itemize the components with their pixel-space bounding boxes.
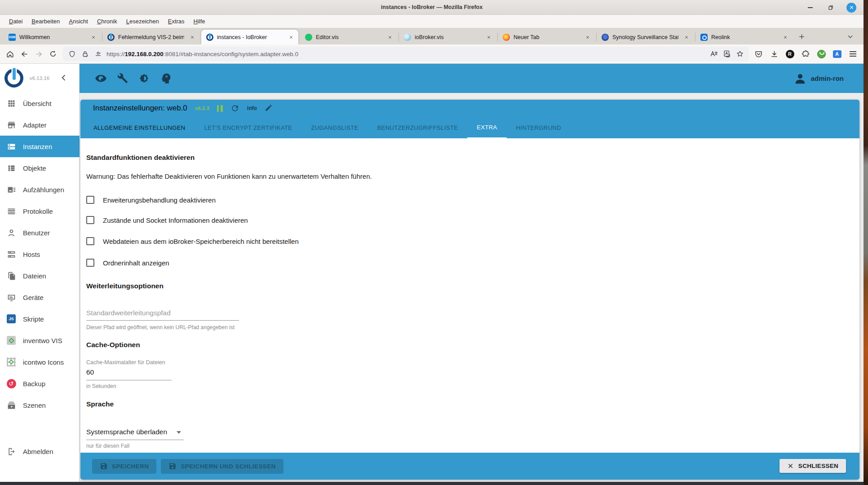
tab-close-icon[interactable] <box>484 33 493 42</box>
sidebar-item-geraete[interactable]: Geräte <box>0 287 80 308</box>
restore-button[interactable] <box>826 3 836 13</box>
checkbox-zustaende-socket[interactable] <box>86 216 94 224</box>
new-tab-button[interactable] <box>796 31 807 42</box>
browser-tab-fehlermeldung[interactable]: Fehlermeldung VIS-2 beim ö <box>102 30 199 44</box>
sidebar-item-dateien[interactable]: Dateien <box>0 265 80 287</box>
sidebar-item-abmelden[interactable]: Abmelden <box>0 441 80 462</box>
menu-chronik[interactable]: Chronik <box>93 17 122 26</box>
tab-close-icon[interactable] <box>287 33 296 42</box>
browser-tab-editor-vis[interactable]: Editor.vis <box>300 30 397 44</box>
info-link[interactable]: info <box>247 105 257 111</box>
tab-close-icon[interactable] <box>188 33 197 42</box>
instance-settings-dialog: Instanzeinstellungen: web.0 v6.2.3 info … <box>80 100 859 480</box>
contrast-icon[interactable] <box>138 72 150 84</box>
eye-icon[interactable] <box>95 72 107 84</box>
save-and-close-button[interactable]: SPEICHERN UND SCHLIESSEN <box>161 459 283 474</box>
privacy-extension-icon[interactable] <box>815 48 828 60</box>
refresh-icon[interactable] <box>230 104 239 113</box>
translate-extension-icon[interactable]: A <box>831 48 843 60</box>
translate-selection-icon[interactable] <box>709 49 718 58</box>
menu-datei[interactable]: Datei <box>4 17 27 26</box>
minimize-button[interactable] <box>805 3 815 13</box>
wrench-icon[interactable] <box>116 72 128 84</box>
back-icon[interactable] <box>17 47 31 61</box>
tab-close-icon[interactable] <box>385 33 394 42</box>
checkbox-erweiterungsbehandlung[interactable] <box>86 196 94 204</box>
app-sidebar: v6.13.16 Übersicht Adapter Instanzen Obj… <box>0 64 80 482</box>
collapse-sidebar-icon[interactable] <box>60 74 69 83</box>
extension-puzzle-icon[interactable] <box>799 48 812 60</box>
sidebar-item-icontwo-icons[interactable]: icontwo Icons <box>0 351 80 373</box>
browser-tab-neuer-tab[interactable]: Neuer Tab <box>498 30 595 44</box>
user-menu[interactable]: admin-ron <box>793 72 844 85</box>
sidebar-item-benutzer[interactable]: Benutzer <box>0 222 80 243</box>
home-icon[interactable] <box>3 47 17 61</box>
sidebar-item-backup[interactable]: ↺ Backup <box>0 373 80 394</box>
menu-hamburger-icon[interactable] <box>846 48 859 60</box>
sidebar-item-instanzen[interactable]: Instanzen <box>0 136 80 157</box>
url-text[interactable]: https://192.168.0.200:8081/#tab-instance… <box>106 51 705 57</box>
checkbox-ordnerinhalt[interactable] <box>86 259 94 267</box>
checkbox-row[interactable]: Ordnerinhalt anzeigen <box>86 258 169 267</box>
tab-close-icon[interactable] <box>682 33 691 42</box>
checkbox-webdateien[interactable] <box>86 237 94 245</box>
downloads-icon[interactable] <box>768 48 780 60</box>
bookmark-star-icon[interactable] <box>735 49 744 58</box>
address-bar[interactable]: https://192.168.0.200:8081/#tab-instance… <box>63 47 749 61</box>
sidebar-item-objekte[interactable]: Objekte <box>0 157 80 179</box>
chevron-down-icon[interactable] <box>177 431 181 434</box>
expert-mode-icon[interactable] <box>159 72 172 84</box>
tab-hintergrund[interactable]: HINTERGRUND <box>507 117 571 138</box>
sidebar-item-protokolle[interactable]: Protokolle <box>0 200 80 222</box>
sidebar-item-hosts[interactable]: Hosts <box>0 243 80 265</box>
r-extension-icon[interactable]: R <box>784 48 796 60</box>
browser-tab-reolink[interactable]: Reolink <box>695 30 793 44</box>
tab-allgemeine-einstellungen[interactable]: ALLGEMEINE EINSTELLUNGEN <box>84 117 195 138</box>
checkbox-row[interactable]: Webdateien aus dem ioBroker-Speicherbere… <box>86 237 299 246</box>
window-titlebar[interactable]: instances - IoBroker — Mozilla Firefox <box>0 0 864 15</box>
menu-lesezeichen[interactable]: Lesezeichen <box>122 17 164 26</box>
redirect-path-input[interactable]: Standardweiterleitungspfad <box>86 309 171 317</box>
close-window-button[interactable] <box>846 3 856 13</box>
menu-ansicht[interactable]: Ansicht <box>64 17 93 26</box>
checkbox-row[interactable]: Zustände und Socket Informationen deakti… <box>86 216 248 225</box>
save-button[interactable]: SPEICHERN <box>92 459 156 474</box>
browser-tab-synology[interactable]: Synology Surveillance Station <box>597 30 694 44</box>
icontwo-icon <box>6 357 16 367</box>
close-button[interactable]: SCHLIESSEN <box>779 459 846 473</box>
reload-icon[interactable] <box>46 47 60 61</box>
pause-icon[interactable] <box>217 105 223 112</box>
browser-tab-willkommen[interactable]: DSM Willkommen <box>4 30 101 44</box>
tab-extra[interactable]: EXTRA <box>467 117 506 138</box>
menu-bearbeiten[interactable]: Bearbeiten <box>27 17 64 26</box>
browser-tab-iobroker-vis[interactable]: ioBroker.vis <box>399 30 496 44</box>
translate-page-icon[interactable] <box>722 49 731 58</box>
permissions-icon[interactable] <box>93 49 102 58</box>
menu-extras[interactable]: Extras <box>164 17 189 26</box>
lock-warning-icon[interactable] <box>80 49 89 58</box>
select-underline <box>86 440 184 440</box>
sidebar-item-aufzaehlungen[interactable]: Aufzählungen <box>0 179 80 200</box>
tab-close-icon[interactable] <box>583 33 592 42</box>
list-tabs-chevron-icon[interactable] <box>845 31 855 42</box>
sidebar-item-uebersicht[interactable]: Übersicht <box>0 93 80 114</box>
view-list-icon <box>6 163 16 173</box>
sidebar-item-adapter[interactable]: Adapter <box>0 114 80 136</box>
menu-hilfe[interactable]: Hilfe <box>189 17 210 26</box>
sidebar-item-skripte[interactable]: JS Skripte <box>0 308 80 330</box>
tab-benutzerzugriffsliste[interactable]: BENUTZERZUGRIFFSLISTE <box>368 117 468 138</box>
shield-icon[interactable] <box>67 49 76 58</box>
tab-lets-encrypt-zertifikate[interactable]: LET'S ENCRYPT ZERTIFIKATE <box>195 117 302 138</box>
checkbox-row[interactable]: Erweiterungsbehandlung deaktivieren <box>86 195 216 204</box>
tab-close-icon[interactable] <box>89 33 98 42</box>
sidebar-item-szenen[interactable]: Szenen <box>0 394 80 416</box>
cache-max-age-input[interactable]: 60 <box>86 368 94 376</box>
tab-zugangsliste[interactable]: ZUGANGSLISTE <box>301 117 368 138</box>
section-standardfunktionen: Standardfunktionen deaktivieren <box>86 154 195 162</box>
browser-tab-instances-active[interactable]: instances - IoBroker <box>201 30 298 44</box>
sidebar-item-inventwo-vis[interactable]: inventwo VIS <box>0 330 80 351</box>
edit-pencil-icon[interactable] <box>265 104 274 113</box>
pocket-icon[interactable] <box>752 48 765 60</box>
tab-close-icon[interactable] <box>781 33 790 42</box>
language-select[interactable]: Systemsprache überladen <box>86 428 167 436</box>
